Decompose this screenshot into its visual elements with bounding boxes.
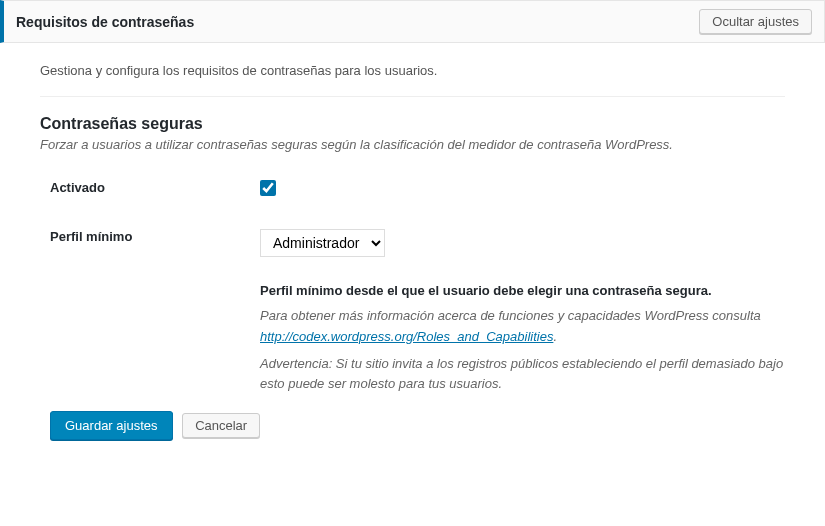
- row-activado: Activado: [40, 180, 785, 199]
- perfil-minimo-help-1: Para obtener más información acerca de f…: [260, 306, 785, 348]
- save-button[interactable]: Guardar ajustes: [50, 411, 173, 440]
- panel-title: Requisitos de contraseñas: [16, 14, 194, 30]
- intro-text: Gestiona y configura los requisitos de c…: [40, 63, 785, 97]
- help1-pre: Para obtener más información acerca de f…: [260, 308, 761, 323]
- field-activado: [260, 180, 785, 199]
- roles-capabilities-link[interactable]: http://codex.wordpress.org/Roles_and_Cap…: [260, 329, 553, 344]
- perfil-minimo-select[interactable]: Administrador: [260, 229, 385, 257]
- content-area: Gestiona y configura los requisitos de c…: [0, 43, 825, 470]
- section-title: Contraseñas seguras: [40, 115, 785, 133]
- perfil-minimo-help-2: Advertencia: Si tu sitio invita a los re…: [260, 354, 785, 396]
- hide-settings-button[interactable]: Ocultar ajustes: [699, 9, 812, 34]
- field-perfil-minimo: Administrador Perfil mínimo desde el que…: [260, 229, 785, 401]
- settings-form: Activado Perfil mínimo Administrador Per…: [40, 180, 785, 401]
- label-perfil-minimo: Perfil mínimo: [40, 229, 260, 244]
- cancel-button[interactable]: Cancelar: [182, 413, 260, 438]
- action-buttons: Guardar ajustes Cancelar: [40, 411, 785, 440]
- row-perfil-minimo: Perfil mínimo Administrador Perfil mínim…: [40, 229, 785, 401]
- activado-checkbox[interactable]: [260, 180, 276, 196]
- panel-header: Requisitos de contraseñas Ocultar ajuste…: [0, 0, 825, 43]
- perfil-minimo-heading: Perfil mínimo desde el que el usuario de…: [260, 283, 785, 298]
- help1-post: .: [553, 329, 557, 344]
- section-description: Forzar a usuarios a utilizar contraseñas…: [40, 137, 785, 152]
- label-activado: Activado: [40, 180, 260, 195]
